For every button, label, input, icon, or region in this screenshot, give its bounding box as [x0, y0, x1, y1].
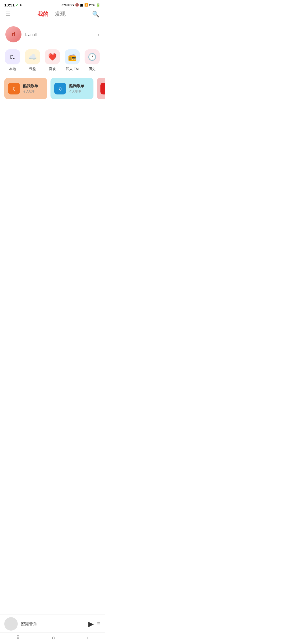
playlist-icon-glyph-kuwo: ♫ [12, 86, 16, 92]
quick-icon-cloud[interactable]: ☁️ 云盘 [25, 49, 40, 71]
quick-icon-glyph-history: 🕐 [88, 53, 96, 61]
tab-mine[interactable]: 我的 [38, 10, 48, 18]
quick-icon-label-local: 本地 [9, 67, 16, 71]
status-right: 370 KB/s 🔇 ▣ 📶 20% 🔋 [61, 3, 100, 7]
wifi-icon: 📶 [84, 3, 88, 7]
quick-icon-history[interactable]: 🕐 历史 [85, 49, 100, 71]
playlist-icon-netease: ♫ [100, 83, 105, 94]
status-speed: 370 KB/s [61, 3, 74, 7]
tab-discover[interactable]: 发现 [55, 10, 66, 18]
avatar-left: rI Lv.null [5, 26, 37, 42]
status-bar: 10:51 ✓ 370 KB/s 🔇 ▣ 📶 20% 🔋 [0, 0, 105, 8]
sim-icon: ▣ [80, 3, 83, 7]
quick-icon-likes[interactable]: ❤️ 喜欢 [45, 49, 60, 71]
quick-icons-row: 🗂 本地 ☁️ 云盘 ❤️ 喜欢 📻 私人 FM 🕐 历史 [0, 47, 105, 78]
quick-icon-label-cloud: 云盘 [29, 67, 36, 71]
playlist-sub-kugou: 个人歌单 [69, 89, 84, 93]
quick-icon-box-local: 🗂 [5, 49, 20, 64]
playlist-card-kugou[interactable]: ♫ 酷狗歌单 个人歌单 [50, 78, 93, 99]
playlist-icon-kuwo: ♫ [8, 83, 20, 94]
quick-icon-box-history: 🕐 [85, 49, 100, 64]
quick-icon-label-history: 历史 [89, 67, 96, 71]
quick-icon-box-cloud: ☁️ [25, 49, 40, 64]
quick-icon-box-fm: 📻 [65, 49, 80, 64]
status-left: 10:51 ✓ [4, 3, 21, 7]
quick-icon-glyph-likes: ❤️ [48, 53, 57, 61]
battery-icon: 🔋 [96, 3, 100, 7]
quick-icon-glyph-cloud: ☁️ [28, 53, 37, 61]
avatar-initials: rI [12, 31, 16, 38]
search-icon[interactable]: 🔍 [92, 11, 99, 18]
playlist-icon-glyph-kugou: ♫ [58, 86, 62, 92]
playlist-sub-kuwo: 个人歌单 [23, 89, 38, 93]
playlist-title-kuwo: 酷我歌单 [23, 84, 38, 89]
chevron-right-icon[interactable]: › [97, 31, 99, 38]
avatar-section[interactable]: rI Lv.null › [0, 21, 105, 47]
playlist-title-kugou: 酷狗歌单 [69, 84, 84, 89]
quick-icon-local[interactable]: 🗂 本地 [5, 49, 20, 71]
status-check-icon: ✓ [16, 3, 19, 7]
status-time: 10:51 [4, 3, 15, 7]
header: ☰ 我的 发现 🔍 [0, 8, 105, 21]
quick-icon-fm[interactable]: 📻 私人 FM [65, 49, 80, 71]
avatar: rI [5, 26, 21, 42]
playlist-info-kugou: 酷狗歌单 个人歌单 [69, 84, 84, 93]
battery-text: 20% [89, 3, 95, 7]
quick-icon-label-fm: 私人 FM [66, 67, 79, 71]
avatar-level: Lv.null [25, 32, 37, 37]
mute-icon: 🔇 [75, 3, 79, 7]
status-dot [20, 4, 21, 6]
quick-icon-label-likes: 喜欢 [49, 67, 56, 71]
playlist-card-netease[interactable]: ♫ 网易歌单 个人歌单 [97, 78, 105, 99]
playlist-icon-kugou: ♫ [54, 83, 66, 94]
playlist-row: ♫ 酷我歌单 个人歌单 ♫ 酷狗歌单 个人歌单 ♫ 网易歌单 个人歌单 [0, 78, 105, 105]
avatar-info: Lv.null [25, 32, 37, 37]
quick-icon-box-likes: ❤️ [45, 49, 60, 64]
menu-icon[interactable]: ☰ [5, 11, 11, 18]
quick-icon-glyph-local: 🗂 [9, 53, 16, 61]
playlist-icon-glyph-netease: ♫ [104, 86, 105, 92]
quick-icon-glyph-fm: 📻 [68, 53, 77, 61]
header-tabs: 我的 发现 [38, 10, 66, 18]
playlist-info-kuwo: 酷我歌单 个人歌单 [23, 84, 38, 93]
spacer [0, 105, 105, 185]
playlist-card-kuwo[interactable]: ♫ 酷我歌单 个人歌单 [4, 78, 47, 99]
